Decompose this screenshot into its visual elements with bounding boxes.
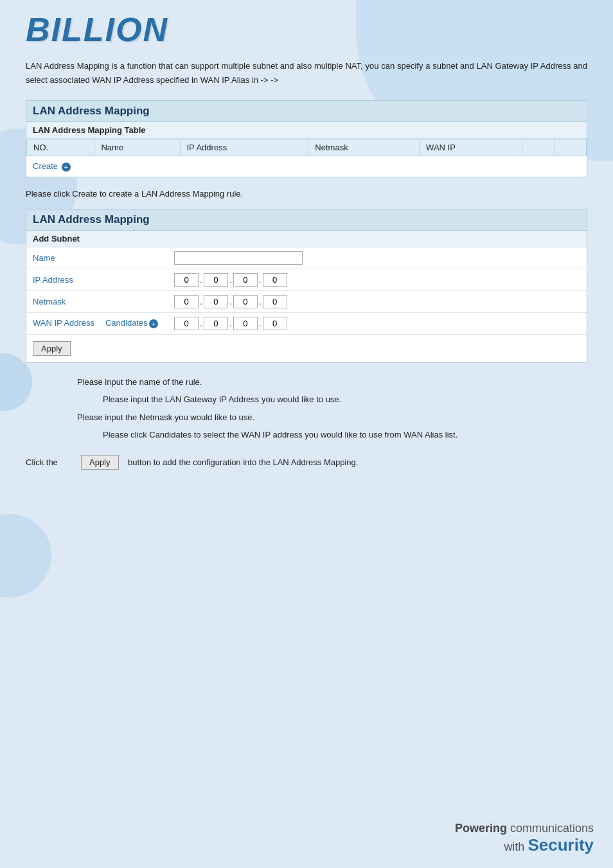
wanip-octet4[interactable] [263,317,287,330]
netmask-dot1: . [200,296,202,306]
col-netmask: Netmask [308,139,420,156]
lan-mapping-form-section: LAN Address Mapping Add Subnet Name IP A… [26,209,587,363]
create-link[interactable]: Create [33,161,58,171]
apply-row: Apply [26,335,587,362]
ip-row: IP Address . . . [26,269,587,291]
bottom-apply-button[interactable]: Apply [81,455,119,470]
wanip-octet1[interactable] [174,317,199,330]
name-input[interactable] [174,251,303,265]
bg-circle-bot [0,514,51,598]
ip-dot2: . [229,274,232,285]
help-line-3: Please input the Netmask you would like … [26,410,587,425]
col-actions1 [522,139,554,156]
bottom-prefix: Click the [26,457,58,467]
logo-area: BILLION [26,13,587,46]
netmask-inputs: . . . [174,295,287,308]
netmask-label: Netmask [33,297,174,306]
table-sub-title: LAN Address Mapping Table [26,122,587,139]
wanip-row: WAN IP Address Candidates+ . . . [26,313,587,335]
ip-octet1[interactable] [174,273,199,287]
wanip-octet3[interactable] [233,317,258,330]
click-instruction: Please click Create to create a LAN Addr… [26,189,587,199]
candidates-icon[interactable]: + [149,319,158,328]
ip-octet2[interactable] [204,273,228,287]
ip-octet4[interactable] [263,273,287,287]
col-wanip: WAN IP [420,139,522,156]
help-line-2: Please input the LAN Gateway IP Address … [26,392,587,407]
wanip-dot2: . [229,318,232,328]
footer-powering-text: Powering communications [455,822,594,835]
form-section-title: LAN Address Mapping [26,209,587,231]
candidates-link[interactable]: Candidates [105,318,148,328]
col-actions2 [554,139,586,156]
ip-octet3[interactable] [233,273,258,287]
help-line-4: Please click Candidates to select the WA… [26,427,587,442]
bottom-instruction: Click the Apply button to add the config… [26,455,587,470]
netmask-octet1[interactable] [174,295,199,308]
help-line-1: Please input the name of the rule. [26,375,587,389]
form-sub-title: Add Subnet [26,231,587,247]
col-name: Name [94,139,180,156]
intro-paragraph: LAN Address Mapping is a function that c… [26,59,587,87]
netmask-octet4[interactable] [263,295,287,308]
lan-mapping-table: NO. Name IP Address Netmask WAN IP [26,139,587,156]
apply-button[interactable]: Apply [33,341,71,356]
wanip-label: WAN IP Address Candidates+ [33,318,174,328]
footer: Powering communications with Security [455,822,594,855]
name-label: Name [33,253,174,263]
ip-dot1: . [200,274,202,285]
netmask-dot2: . [229,296,232,306]
name-inputs [174,251,303,265]
ip-inputs: . . . [174,273,287,287]
table-section-title: LAN Address Mapping [26,101,587,122]
brand-logo: BILLION [26,13,587,46]
footer-security-text: with Security [455,835,594,855]
col-ip: IP Address [180,139,308,156]
name-row: Name [26,247,587,269]
wanip-dot3: . [259,318,262,328]
netmask-octet2[interactable] [204,295,228,308]
wanip-inputs: . . . [174,317,287,330]
bottom-suffix: button to add the configuration into the… [128,457,358,467]
col-no: NO. [27,139,94,156]
wanip-octet2[interactable] [204,317,228,330]
create-icon[interactable]: + [62,163,71,172]
ip-label: IP Address [33,275,174,285]
netmask-octet3[interactable] [233,295,258,308]
netmask-row: Netmask . . . [26,291,587,313]
help-section: Please input the name of the rule. Pleas… [26,375,587,443]
ip-dot3: . [259,274,262,285]
lan-mapping-table-section: LAN Address Mapping LAN Address Mapping … [26,100,587,177]
create-row: Create + [26,156,587,177]
wanip-dot1: . [200,318,202,328]
netmask-dot3: . [259,296,262,306]
